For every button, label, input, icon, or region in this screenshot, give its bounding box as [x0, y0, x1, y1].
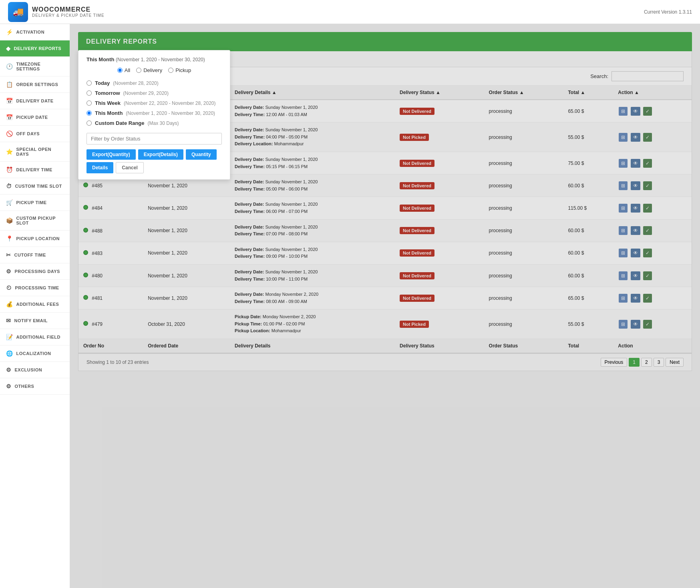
sidebar-icon-pickup-time: 🛒 [6, 199, 13, 206]
sidebar-label-localization: LOCALIZATION [16, 351, 51, 356]
filter-order-status-input[interactable] [86, 133, 222, 144]
sidebar-label-order-settings: ORDER SETTINGS [16, 82, 58, 87]
date-option-custom[interactable]: Custom Date Range (Max 30 Days) [86, 118, 222, 128]
sidebar-item-activation[interactable]: ⚡ACTIVATION [0, 24, 70, 40]
sidebar-item-pickup-date[interactable]: 📅PICKUP DATE [0, 109, 70, 126]
sidebar-label-additional-fees: ADDITIONAL FEES [16, 302, 59, 307]
date-option-this-week[interactable]: This Week (November 22, 2020 - November … [86, 98, 222, 108]
sidebar-icon-pickup-location: 📍 [6, 235, 13, 242]
sidebar-item-pickup-location[interactable]: 📍PICKUP LOCATION [0, 231, 70, 247]
sidebar-label-processing-time: PROCESSING TIME [15, 285, 59, 290]
header-title-block: WOOCOMMERCE DELIVERY & PICKUP DATE TIME [32, 6, 105, 18]
sidebar-icon-additional-fees: 💰 [6, 301, 13, 307]
sidebar-item-delivery-date[interactable]: 📅DELIVERY DATE [0, 93, 70, 109]
sidebar-label-additional-field: ADDITIONAL FIELD [16, 335, 60, 339]
cancel-button[interactable]: Cancel [116, 162, 143, 173]
sidebar-label-delivery-reports: DELIVERY REPORTS [14, 46, 62, 51]
app-subtitle: DELIVERY & PICKUP DATE TIME [32, 13, 105, 18]
sidebar-item-processing-time[interactable]: ⏲PROCESSING TIME [0, 280, 70, 296]
sidebar-item-notify-email[interactable]: ✉NOTIFY EMAIL [0, 313, 70, 329]
sidebar-label-off-days: OFF DAYS [16, 131, 40, 136]
sidebar-item-delivery-reports[interactable]: ◆DELIVERY REPORTS [0, 40, 70, 57]
main-content: DELIVERY REPORTS This Month (November 1,… [70, 24, 700, 588]
sidebar-item-off-days[interactable]: 🚫OFF DAYS [0, 126, 70, 142]
sidebar-label-timezone-settings: TIMEZONE SETTINGS [16, 62, 64, 71]
header: 🚚 WOOCOMMERCE DELIVERY & PICKUP DATE TIM… [0, 0, 700, 24]
sidebar-icon-custom-pickup-slot: 📦 [6, 217, 13, 224]
version-label: Current Version 1.3.11 [644, 9, 692, 15]
sidebar-icon-localization: 🌐 [6, 350, 13, 357]
sidebar-icon-cutoff-time: ✂ [6, 252, 11, 258]
app-title: WOOCOMMERCE [32, 6, 105, 13]
sidebar-item-special-open-days[interactable]: ⭐SPECIAL OPEN DAYS [0, 142, 70, 162]
sidebar-label-processing-days: PROCESSING DAYS [15, 269, 60, 274]
radio-group-type: All Delivery Pickup [86, 67, 222, 73]
sidebar-item-delivery-time[interactable]: ⏰DELIVERY TIME [0, 162, 70, 178]
sidebar-icon-special-open-days: ⭐ [6, 149, 13, 155]
sidebar-item-additional-fees[interactable]: 💰ADDITIONAL FEES [0, 296, 70, 313]
sidebar-label-exclusion: EXCLUSION [15, 367, 42, 372]
quantity-button[interactable]: Quantity [186, 149, 217, 160]
sidebar-item-order-settings[interactable]: 📋ORDER SETTINGS [0, 76, 70, 93]
sidebar-label-pickup-date: PICKUP DATE [16, 115, 48, 120]
sidebar-label-activation: ACTIVATION [16, 30, 45, 34]
sidebar-icon-custom-time-slot: ⏱ [6, 183, 12, 189]
header-logo: 🚚 WOOCOMMERCE DELIVERY & PICKUP DATE TIM… [8, 2, 105, 22]
export-quantity-button[interactable]: Export(Quantity) [86, 149, 136, 160]
radio-all[interactable]: All [117, 67, 130, 73]
sidebar-icon-processing-time: ⏲ [6, 285, 12, 291]
sidebar-item-exclusion[interactable]: ⚙EXCLUSION [0, 362, 70, 378]
date-options: Today (November 28, 2020) Tomorrow (Nove… [86, 78, 222, 128]
sidebar-icon-others: ⚙ [6, 383, 12, 389]
sidebar-item-localization[interactable]: 🌐LOCALIZATION [0, 345, 70, 362]
sidebar-label-notify-email: NOTIFY EMAIL [14, 318, 48, 323]
sidebar-item-pickup-time[interactable]: 🛒PICKUP TIME [0, 195, 70, 211]
sidebar-item-timezone-settings[interactable]: 🕐TIMEZONE SETTINGS [0, 57, 70, 76]
sidebar-label-pickup-time: PICKUP TIME [16, 200, 47, 205]
export-details-button[interactable]: Export(Details) [138, 149, 183, 160]
sidebar-label-others: OTHERS [15, 384, 34, 389]
sidebar-label-special-open-days: SPECIAL OPEN DAYS [16, 147, 64, 157]
sidebar-icon-order-settings: 📋 [6, 81, 13, 88]
sidebar-label-custom-pickup-slot: CUSTOM PICKUP SLOT [16, 216, 64, 225]
sidebar: ⚡ACTIVATION◆DELIVERY REPORTS🕐TIMEZONE SE… [0, 24, 70, 588]
sidebar-label-delivery-date: DELIVERY DATE [16, 98, 54, 103]
sidebar-icon-timezone-settings: 🕐 [6, 63, 13, 70]
sidebar-label-delivery-time: DELIVERY TIME [16, 167, 52, 172]
dropdown-title: This Month (November 1, 2020 - November … [86, 56, 222, 62]
date-option-tomorrow[interactable]: Tomorrow (November 29, 2020) [86, 88, 222, 98]
radio-pickup[interactable]: Pickup [168, 67, 191, 73]
details-button[interactable]: Details [86, 162, 113, 173]
date-option-this-month[interactable]: This Month (November 1, 2020 - November … [86, 108, 222, 118]
dropdown-subtitle: (November 1, 2020 - November 30, 2020) [116, 57, 205, 62]
modal-buttons: Export(Quantity) Export(Details) Quantit… [86, 149, 222, 173]
sidebar-icon-notify-email: ✉ [6, 317, 11, 324]
sidebar-label-pickup-location: PICKUP LOCATION [16, 236, 60, 241]
radio-delivery[interactable]: Delivery [136, 67, 162, 73]
date-option-today[interactable]: Today (November 28, 2020) [86, 78, 222, 88]
logo-icon: 🚚 [8, 2, 28, 22]
sidebar-label-cutoff-time: CUTOFF TIME [14, 253, 46, 257]
sidebar-icon-activation: ⚡ [6, 29, 13, 35]
sidebar-item-cutoff-time[interactable]: ✂CUTOFF TIME [0, 247, 70, 263]
sidebar-icon-delivery-date: 📅 [6, 98, 13, 104]
sidebar-item-custom-pickup-slot[interactable]: 📦CUSTOM PICKUP SLOT [0, 211, 70, 231]
sidebar-icon-processing-days: ⚙ [6, 268, 12, 275]
sidebar-icon-off-days: 🚫 [6, 130, 13, 137]
sidebar-icon-exclusion: ⚙ [6, 367, 12, 373]
sidebar-icon-additional-field: 📝 [6, 334, 13, 340]
dropdown-modal: This Month (November 1, 2020 - November … [78, 50, 230, 180]
sidebar-item-custom-time-slot[interactable]: ⏱CUSTOM TIME SLOT [0, 178, 70, 195]
sidebar-item-others[interactable]: ⚙OTHERS [0, 378, 70, 395]
sidebar-icon-pickup-date: 📅 [6, 114, 13, 120]
sidebar-icon-delivery-time: ⏰ [6, 167, 13, 173]
sidebar-item-additional-field[interactable]: 📝ADDITIONAL FIELD [0, 329, 70, 345]
main-layout: ⚡ACTIVATION◆DELIVERY REPORTS🕐TIMEZONE SE… [0, 24, 700, 588]
sidebar-icon-delivery-reports: ◆ [6, 45, 11, 52]
sidebar-item-processing-days[interactable]: ⚙PROCESSING DAYS [0, 263, 70, 280]
sidebar-label-custom-time-slot: CUSTOM TIME SLOT [15, 184, 62, 189]
